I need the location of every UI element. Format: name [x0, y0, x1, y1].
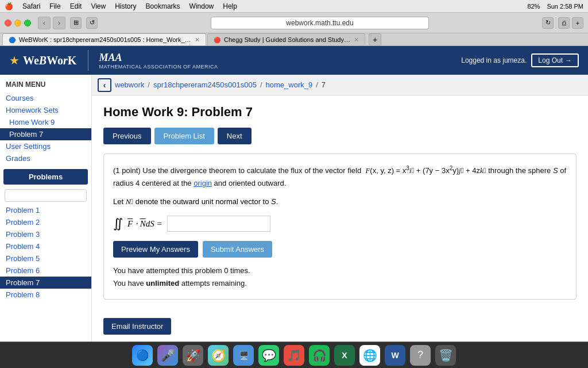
sidebar-item-user-settings[interactable]: User Settings — [0, 140, 91, 152]
dock-messages[interactable]: 💬 — [258, 345, 279, 366]
breadcrumb-sep-2: / — [260, 80, 262, 89]
dock-siri[interactable]: 🎤 — [157, 345, 178, 366]
sidebar-problem-1[interactable]: Problem 1 — [0, 204, 91, 216]
new-tab-icon[interactable]: + — [572, 17, 583, 29]
integral-expression: F ⋅ NdS = — [127, 218, 163, 229]
add-tab-button[interactable]: + — [369, 33, 381, 46]
problem-intro: (1 point) Use the divergence theorem to … — [113, 166, 361, 175]
logged-in-text: Logged in as jumeza. — [461, 56, 527, 64]
dock-excel[interactable]: X — [334, 345, 355, 366]
action-buttons: Preview My Answers Submit Answers — [113, 241, 567, 258]
previous-button[interactable]: Previous — [103, 128, 151, 144]
sidebar: MAIN MENU Courses Homework Sets Home Wor… — [0, 75, 92, 342]
tab-bar: 🔵 WeBWorK : spr18chpereram2450s001s005 :… — [0, 33, 588, 46]
problem-text: (1 point) Use the divergence theorem to … — [113, 163, 567, 190]
sidebar-problem-8[interactable]: Problem 8 — [0, 289, 91, 301]
dock-itunes[interactable]: 🎵 — [284, 345, 304, 366]
dock-trash[interactable]: 🗑️ — [435, 345, 456, 366]
maa-subtitle: MATHEMATICAL ASSOCIATION OF AMERICA — [99, 64, 218, 70]
submit-answers-button[interactable]: Submit Answers — [203, 241, 272, 258]
refresh-button[interactable]: ↺ — [86, 17, 98, 29]
webwork-brand: WeBWorK — [23, 54, 76, 67]
close-button[interactable] — [5, 20, 11, 26]
sidebar-item-grades[interactable]: Grades — [0, 152, 91, 164]
breadcrumb-sep-3: / — [316, 80, 318, 89]
vector-field-math: F(x, y, z) = x3i⃗ + (7y − 3x2y)j⃗ + 4zk⃗ — [363, 166, 488, 175]
sidebar-problem-7[interactable]: Problem 7 — [0, 277, 91, 289]
sidebar-item-problem-7-active[interactable]: Problem 7 — [0, 128, 91, 140]
main-layout: MAIN MENU Courses Homework Sets Home Wor… — [0, 75, 588, 342]
problem-title: Home Work 9: Problem 7 — [103, 105, 577, 120]
reload-icon[interactable]: ↻ — [542, 17, 554, 29]
minimize-button[interactable] — [14, 20, 21, 26]
file-menu[interactable]: File — [49, 2, 60, 10]
problems-header: Problems — [3, 169, 88, 185]
history-menu[interactable]: History — [115, 2, 136, 10]
content-area: ‹ webwork / spr18chpereram2450s001s005 /… — [92, 75, 588, 342]
integral-row: ∬ F ⋅ NdS = — [113, 216, 567, 232]
dock-finder[interactable]: 🔵 — [132, 345, 153, 366]
breadcrumb-webwork[interactable]: webwork — [115, 80, 144, 89]
bookmarks-menu[interactable]: Bookmarks — [146, 2, 180, 10]
help-menu[interactable]: Help — [223, 2, 237, 10]
answer-input[interactable] — [167, 216, 270, 232]
preview-answers-button[interactable]: Preview My Answers — [113, 241, 198, 258]
battery-status: 82% — [527, 3, 540, 10]
back-button[interactable]: ‹ — [98, 78, 111, 92]
attempt-count-line: You have attempted this problem 0 times. — [113, 264, 567, 277]
safari-menu[interactable]: Safari — [22, 2, 40, 10]
sidebar-item-courses[interactable]: Courses — [0, 92, 91, 104]
forward-nav-button[interactable]: › — [53, 17, 65, 29]
problem-search-input[interactable] — [5, 189, 87, 202]
maximize-button[interactable] — [24, 20, 31, 26]
breadcrumb-sep-1: / — [148, 80, 150, 89]
clock: Sun 2:58 PM — [547, 3, 583, 10]
next-button[interactable]: Next — [218, 128, 252, 144]
email-instructor-button[interactable]: Email Instructor — [103, 318, 171, 335]
edit-menu[interactable]: Edit — [70, 2, 82, 10]
problem-search-box — [5, 189, 87, 202]
breadcrumb-course[interactable]: spr18chpereram2450s001s005 — [153, 80, 257, 89]
sidebar-problem-6[interactable]: Problem 6 — [0, 264, 91, 277]
sidebar-problem-2[interactable]: Problem 2 — [0, 216, 91, 228]
dock-chrome[interactable]: 🌐 — [359, 345, 380, 366]
mac-topbar: 🍎 Safari File Edit View History Bookmark… — [0, 0, 588, 13]
maa-label: MAA — [99, 52, 122, 64]
back-nav-button[interactable]: ‹ — [38, 17, 51, 29]
close-tab2-icon[interactable]: ✕ — [354, 36, 359, 44]
let-n-line: Let N⃗ denote the outward unit normal ve… — [113, 197, 567, 206]
tab-button[interactable]: ⊞ — [70, 17, 82, 29]
sidebar-problem-5[interactable]: Problem 5 — [0, 252, 91, 264]
star-icon: ★ — [9, 53, 20, 67]
dock-mission-control[interactable]: 🖥️ — [233, 345, 254, 366]
close-tab-icon[interactable]: ✕ — [195, 36, 200, 44]
oriented-text: and oriented outward. — [212, 179, 286, 187]
sidebar-item-home-work-9[interactable]: Home Work 9 — [0, 116, 91, 128]
navigation-buttons: Previous Problem List Next — [103, 128, 577, 144]
sidebar-problem-3[interactable]: Problem 3 — [0, 228, 91, 240]
apple-icon[interactable]: 🍎 — [5, 2, 13, 10]
dock-help[interactable]: ? — [410, 345, 431, 366]
problem-box: (1 point) Use the divergence theorem to … — [103, 154, 577, 300]
sidebar-problem-4[interactable]: Problem 4 — [0, 240, 91, 252]
breadcrumb-problem-num: 7 — [322, 80, 326, 89]
view-menu[interactable]: View — [91, 2, 106, 10]
browser-tab-webwork[interactable]: 🔵 WeBWorK : spr18chpereram2450s001s005 :… — [2, 33, 206, 45]
main-menu-title: MAIN MENU — [0, 80, 91, 92]
attempt-remaining-line: You have unlimited attempts remaining. — [113, 277, 567, 290]
origin-link[interactable]: origin — [194, 179, 212, 187]
window-menu[interactable]: Window — [189, 2, 214, 10]
dock-spotify[interactable]: 🎧 — [309, 345, 330, 366]
dock-launchpad[interactable]: 🚀 — [183, 345, 203, 366]
breadcrumb-hw9[interactable]: home_work_9 — [266, 80, 313, 89]
browser-tab-chegg[interactable]: 🔴 Chegg Study | Guided Solutions and Stu… — [207, 33, 365, 45]
mac-dock: 🔵 🎤 🚀 🧭 🖥️ 💬 🎵 🎧 X 🌐 W ? 🗑️ — [0, 342, 588, 368]
address-bar[interactable]: webwork.math.ttu.edu — [211, 17, 429, 29]
share-icon[interactable]: ⎙ — [558, 17, 570, 29]
integral-symbol: ∬ — [113, 216, 123, 231]
sidebar-item-homework-sets[interactable]: Homework Sets — [0, 104, 91, 116]
logout-button[interactable]: Log Out → — [531, 53, 579, 67]
dock-safari[interactable]: 🧭 — [208, 345, 229, 366]
problem-list-button[interactable]: Problem List — [154, 128, 214, 144]
dock-word[interactable]: W — [385, 345, 405, 366]
